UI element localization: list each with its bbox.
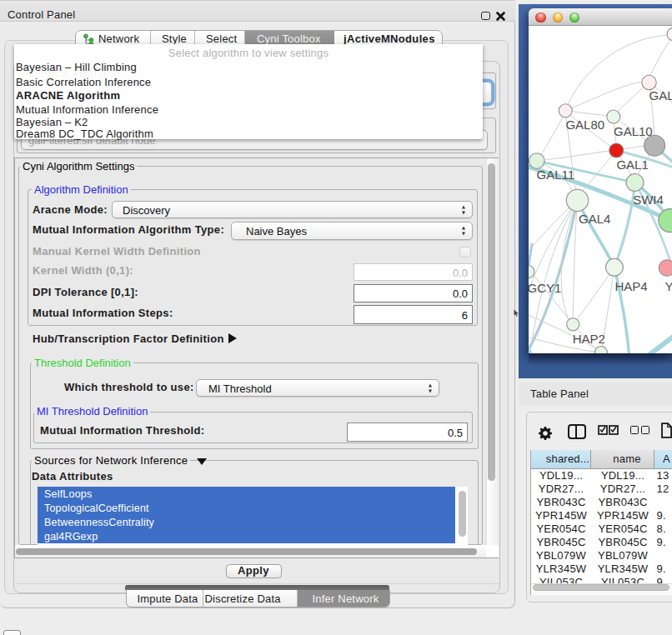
svg-text:SWI4: SWI4 — [633, 192, 664, 207]
svg-text:GAL80: GAL80 — [565, 118, 604, 132]
svg-text:GAL4: GAL4 — [579, 212, 610, 226]
svg-text:HAP4: HAP4 — [615, 279, 648, 293]
svg-text:GCY1: GCY1 — [529, 281, 561, 295]
svg-text:GAL11: GAL11 — [537, 168, 575, 182]
svg-text:GAL10: GAL10 — [614, 124, 653, 138]
svg-text:Y: Y — [664, 279, 672, 293]
svg-text:GAL1: GAL1 — [616, 158, 648, 172]
svg-text:GAL2: GAL2 — [649, 88, 672, 102]
svg-text:HAP2: HAP2 — [573, 332, 605, 346]
